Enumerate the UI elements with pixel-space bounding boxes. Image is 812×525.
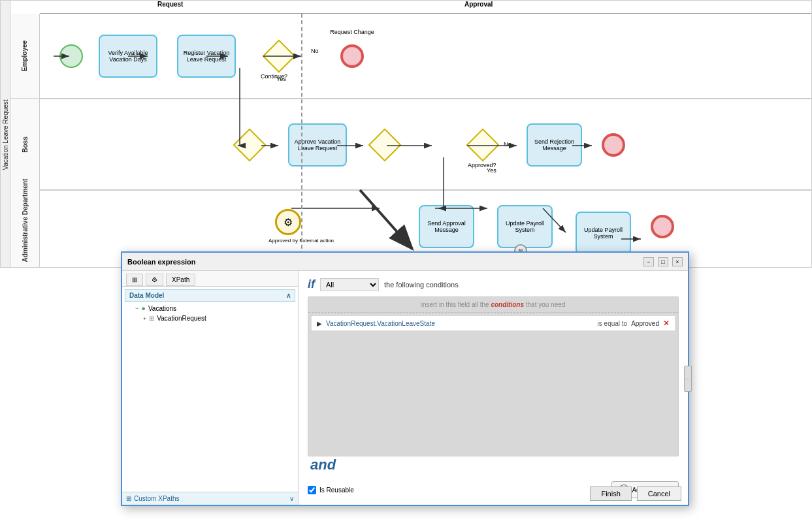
conditions-hint: insert in this field all the conditions … <box>308 297 678 313</box>
bpmn-diagram: Vacation Leave Request Request Approval … <box>0 0 812 268</box>
resizer-handle[interactable]: ··· <box>684 366 692 392</box>
condition-delete-button[interactable]: ✕ <box>663 319 670 328</box>
pool-divider <box>301 14 302 268</box>
tree-panel: Data Model ∧ − ● Vacations + ⊞ VacationR… <box>122 287 298 492</box>
dialog-right-panel: if All Any None the following conditions… <box>299 271 688 505</box>
reusable-checkbox[interactable] <box>308 486 316 494</box>
expand-icon: − <box>135 305 138 311</box>
flow-label-no: No <box>311 48 319 54</box>
table-icon: ⊞ <box>149 315 154 322</box>
big-arrow <box>353 183 432 262</box>
minimize-button[interactable]: − <box>643 257 654 266</box>
tree-item-vacation-request[interactable]: + ⊞ VacationRequest <box>125 313 295 323</box>
conditions-area: insert in this field all the conditions … <box>308 296 679 456</box>
lane-admin-label: Administrative Department <box>10 190 40 268</box>
flow-label-yes: Yes <box>276 76 286 82</box>
maximize-button[interactable]: □ <box>658 257 668 266</box>
tree-item-vacations[interactable]: − ● Vacations <box>125 303 295 313</box>
task-verify: Verify Available Vacation Days <box>99 35 157 78</box>
task-register: Register Vacation Leave Request <box>177 35 236 78</box>
pool-header-approval: Approval <box>464 1 493 8</box>
approved-by-external: ⚙ Approved by External action <box>275 209 301 235</box>
lane-boss-content: Approve Vacation Leave Request Approved?… <box>40 99 811 190</box>
if-label: if <box>308 278 315 291</box>
lane-boss-label: Boss <box>10 99 40 190</box>
db-icon: ● <box>141 304 146 312</box>
condition-value: Approved <box>631 320 659 327</box>
pool-title: Vacation Leave Request <box>1 1 10 268</box>
tab-grid[interactable]: ⊞ <box>126 274 143 286</box>
reusable-checkbox-row: Is Reusable <box>308 486 354 494</box>
close-button[interactable]: × <box>672 257 683 266</box>
if-row: if All Any None the following conditions <box>308 278 679 291</box>
dialog-tabs: ⊞ ⚙ XPath <box>122 271 298 287</box>
end-approval <box>651 215 674 238</box>
dialog-footer: Finish Cancel <box>583 483 688 505</box>
reusable-label: Is Reusable <box>319 486 354 494</box>
cancel-button[interactable]: Cancel <box>637 486 681 501</box>
expand-icon-child: + <box>143 315 146 322</box>
svg-line-19 <box>360 190 412 249</box>
flow-label-yes-down: Yes <box>487 167 496 174</box>
task-send-rejection: Send Rejection Message <box>527 123 582 167</box>
tab-settings[interactable]: ⚙ <box>146 274 163 286</box>
condition-operator: is equal to <box>598 320 628 327</box>
dialog-controls: − □ × <box>643 257 683 266</box>
condition-row: ▶ VacationRequest.VacationLeaveState is … <box>311 315 675 331</box>
lane-employee-content: Verify Available Vacation Days Register … <box>40 14 811 99</box>
task-update-payroll: Update Payroll System <box>497 205 553 248</box>
condition-field: VacationRequest.VacationLeaveState <box>326 320 594 327</box>
finish-button[interactable]: Finish <box>590 486 631 501</box>
dialog-body: ⊞ ⚙ XPath Data Model ∧ − ● <box>122 271 688 505</box>
if-dropdown[interactable]: All Any None <box>320 278 379 291</box>
task-update-payroll2: Update Payroll System <box>576 212 631 255</box>
boolean-expression-dialog: Boolean expression − □ × ⊞ ⚙ XPath <box>121 251 689 506</box>
pool-header-request: Request <box>157 1 183 8</box>
tab-xpath[interactable]: XPath <box>166 274 195 286</box>
and-label-container: and <box>308 456 679 473</box>
dialog-title: Boolean expression <box>127 258 196 266</box>
task-approve: Approve Vacation Leave Request <box>288 123 347 167</box>
start-event <box>59 44 83 68</box>
flow-label-no-right: No <box>504 141 512 148</box>
dialog-left-panel: ⊞ ⚙ XPath Data Model ∧ − ● <box>122 271 299 505</box>
grid-icon: ⊞ <box>132 276 137 283</box>
end-rejection <box>602 133 625 157</box>
lane-employee: Employee Verify Available Vacation Days … <box>10 14 811 99</box>
following-text: the following conditions <box>384 281 459 289</box>
lane-boss: Boss Approve Vacation Leave Request Appr… <box>10 99 811 190</box>
lane-employee-label: Employee <box>10 14 40 98</box>
dialog-titlebar: Boolean expression − □ × <box>122 253 688 271</box>
condition-expand-icon[interactable]: ▶ <box>317 320 322 327</box>
custom-xpaths[interactable]: ⊞ Custom XPaths ∨ <box>122 492 298 505</box>
data-model-header: Data Model ∧ <box>125 289 295 302</box>
custom-xpaths-icon: ⊞ <box>126 495 131 502</box>
request-change-end: Request Change <box>340 44 364 68</box>
settings-icon: ⚙ <box>152 276 157 283</box>
